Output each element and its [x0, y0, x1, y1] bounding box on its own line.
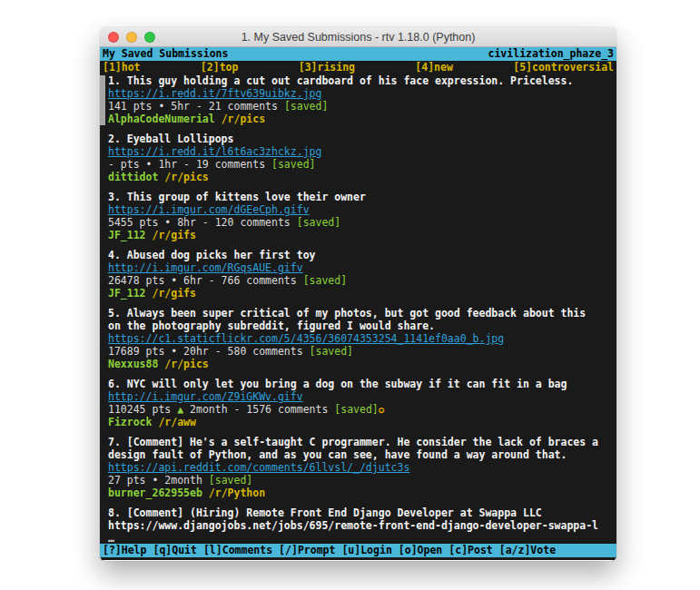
submission-stats: 26478 pts • 6hr - 766 comments [saved]: [108, 274, 616, 287]
submission-byline: Nexxus88 /r/pics: [108, 358, 616, 370]
submission-byline: dittidot /r/pics: [108, 171, 616, 183]
saved-badge: [saved]: [271, 158, 315, 171]
submission-byline: AlphaCodeNumerial /r/pics: [108, 113, 616, 125]
terminal-window: 1. My Saved Submissions - rtv 1.18.0 (Py…: [100, 27, 616, 561]
submission-author: Nexxus88: [108, 358, 158, 370]
selection-cursor: [100, 75, 105, 125]
submission-title: 6. NYC will only let you bring a dog on …: [108, 378, 616, 390]
submission-stats: 141 pts • 5hr - 21 comments [saved]: [108, 100, 616, 113]
submission-url[interactable]: https://www.djangojobs.net/jobs/695/remo…: [108, 519, 616, 532]
zoom-window-button[interactable]: [144, 32, 155, 43]
stats-text: 5455 pts • 8hr - 120 comments: [108, 216, 297, 229]
stats-text: 26478 pts • 6hr - 766 comments: [108, 274, 303, 287]
sort-option-controversial[interactable]: [5]controversial: [513, 61, 614, 74]
submission-byline: JF_112 /r/gifs: [108, 229, 616, 241]
submission-author: burner_262955eb: [108, 487, 202, 499]
submission-subreddit: /r/pics: [164, 358, 208, 370]
submission-stats: 110245 pts ▲ 2month - 1576 comments [sav…: [108, 403, 616, 416]
command-bar: [?]Help[q]Quit[l]Comments[/]Prompt[u]Log…: [100, 544, 616, 557]
submission-url[interactable]: https://i.imgur.com/dGEeCph.gifv: [108, 203, 616, 216]
submission-stats: 27 pts • 2month [saved]: [108, 474, 616, 487]
submission-title: 7. [Comment] He's a self-taught C progra…: [108, 436, 616, 448]
submission-subreddit: /r/gifs: [152, 229, 195, 241]
command-post[interactable]: [c]Post: [449, 544, 492, 557]
sort-option-rising[interactable]: [3]rising: [299, 61, 355, 74]
submission-author: Fizrock: [108, 416, 152, 428]
saved-badge: [saved]: [310, 345, 353, 358]
submission-url[interactable]: https://api.reddit.com/comments/6llvsl/_…: [108, 461, 616, 474]
minimize-window-button[interactable]: [126, 32, 137, 43]
window-titlebar[interactable]: 1. My Saved Submissions - rtv 1.18.0 (Py…: [100, 27, 616, 47]
submission-title: 5. Always been super critical of my phot…: [108, 307, 616, 320]
sort-option-top[interactable]: [2]top: [201, 61, 239, 74]
submission-url[interactable]: https://i.redd.it/l6t6ac3zhckz.jpg: [108, 145, 616, 158]
submission-byline: burner_262955eb /r/Python: [108, 487, 616, 499]
sort-option-new[interactable]: [4]new: [415, 61, 453, 74]
submission-author: JF_112: [108, 229, 146, 241]
stats-text: 141 pts • 5hr - 21 comments: [108, 100, 284, 113]
submission[interactable]: 7. [Comment] He's a self-taught C progra…: [100, 436, 616, 499]
submission-byline: Fizrock /r/aww: [108, 416, 616, 428]
status-bar-top: My Saved Submissions civilization_phaze_…: [100, 47, 616, 61]
sort-option-hot[interactable]: [1]hot: [103, 61, 141, 74]
stats-text: 2month - 1576 comments: [183, 403, 334, 416]
submission[interactable]: 1. This guy holding a cut out cardboard …: [100, 74, 616, 125]
submission-author: JF_112: [108, 287, 146, 300]
submission[interactable]: 5. Always been super critical of my phot…: [100, 307, 616, 370]
saved-badge: [saved]: [284, 100, 328, 113]
command-comments[interactable]: [l]Comments: [203, 544, 272, 557]
submission-stats: 17689 pts • 20hr - 580 comments [saved]: [108, 345, 616, 358]
submission-subreddit: /r/pics: [164, 171, 208, 183]
desktop: 1. My Saved Submissions - rtv 1.18.0 (Py…: [0, 0, 700, 590]
submission-url[interactable]: http://i.imgur.com/RGqsAUE.gifv: [108, 261, 616, 274]
traffic-lights: [108, 32, 155, 43]
stats-text: - pts • 1hr - 19 comments: [108, 158, 271, 171]
gilded-icon: ✪: [379, 403, 385, 416]
command-vote[interactable]: [a/z]Vote: [499, 544, 556, 557]
page-title: My Saved Submissions: [103, 47, 228, 61]
submission-subreddit: /r/aww: [158, 416, 196, 428]
submission-title: 2. Eyeball Lollipops: [108, 133, 616, 145]
saved-badge: [saved]: [334, 403, 378, 416]
submission-byline: JF_112 /r/gifs: [108, 287, 616, 300]
submission-list: 1. This guy holding a cut out cardboard …: [100, 74, 616, 544]
submission[interactable]: 8. [Comment] (Hiring) Remote Front End D…: [100, 506, 616, 544]
username: civilization_phaze_3: [488, 47, 614, 61]
submission-url[interactable]: https://i.redd.it/7ftv639uibkz.jpg: [108, 87, 616, 100]
close-window-button[interactable]: [108, 32, 119, 43]
submission-stats: - pts • 1hr - 19 comments [saved]: [108, 158, 616, 171]
truncation-ellipsis: …: [108, 532, 616, 544]
submission-title: 1. This guy holding a cut out cardboard …: [108, 74, 616, 87]
submission-url[interactable]: http://i.imgur.com/Z9iGKWv.gifv: [108, 390, 616, 403]
command-prompt[interactable]: [/]Prompt: [279, 544, 335, 557]
command-quit[interactable]: [q]Quit: [153, 544, 196, 557]
saved-badge: [saved]: [297, 216, 340, 229]
command-login[interactable]: [u]Login: [341, 544, 391, 557]
submission[interactable]: 4. Abused dog picks her first toyhttp://…: [100, 249, 616, 300]
sort-bar: [1]hot[2]top[3]rising[4]new[5]controvers…: [100, 61, 616, 74]
submission-title: 8. [Comment] (Hiring) Remote Front End D…: [108, 506, 616, 519]
stats-text: 17689 pts • 20hr - 580 comments: [108, 345, 310, 358]
window-title: 1. My Saved Submissions - rtv 1.18.0 (Py…: [242, 31, 476, 44]
command-help[interactable]: [?]Help: [103, 544, 146, 557]
command-open[interactable]: [o]Open: [399, 544, 442, 557]
submission-title: 4. Abused dog picks her first toy: [108, 249, 616, 261]
stats-text: 27 pts • 2month: [108, 474, 209, 487]
saved-badge: [saved]: [209, 474, 252, 487]
submission[interactable]: 2. Eyeball Lollipopshttps://i.redd.it/l6…: [100, 133, 616, 183]
terminal-screen[interactable]: My Saved Submissions civilization_phaze_…: [100, 47, 616, 560]
submission-stats: 5455 pts • 8hr - 120 comments [saved]: [108, 216, 616, 229]
saved-badge: [saved]: [303, 274, 347, 287]
submission[interactable]: 3. This group of kittens love their owne…: [100, 191, 616, 241]
submission-title: design fault of Python, and as you can s…: [108, 448, 616, 461]
submission-subreddit: /r/gifs: [152, 287, 195, 300]
submission-title: 3. This group of kittens love their owne…: [108, 191, 616, 203]
submission-subreddit: /r/Python: [209, 487, 265, 499]
submission-author: dittidot: [108, 171, 158, 183]
submission-subreddit: /r/pics: [222, 113, 265, 125]
submission-url[interactable]: https://c1.staticflickr.com/5/4356/36074…: [108, 332, 616, 345]
stats-text: 110245 pts: [108, 403, 177, 416]
submission-title: on the photography subreddit, figured I …: [108, 320, 616, 332]
submission[interactable]: 6. NYC will only let you bring a dog on …: [100, 378, 616, 428]
submission-author: AlphaCodeNumerial: [108, 113, 215, 125]
